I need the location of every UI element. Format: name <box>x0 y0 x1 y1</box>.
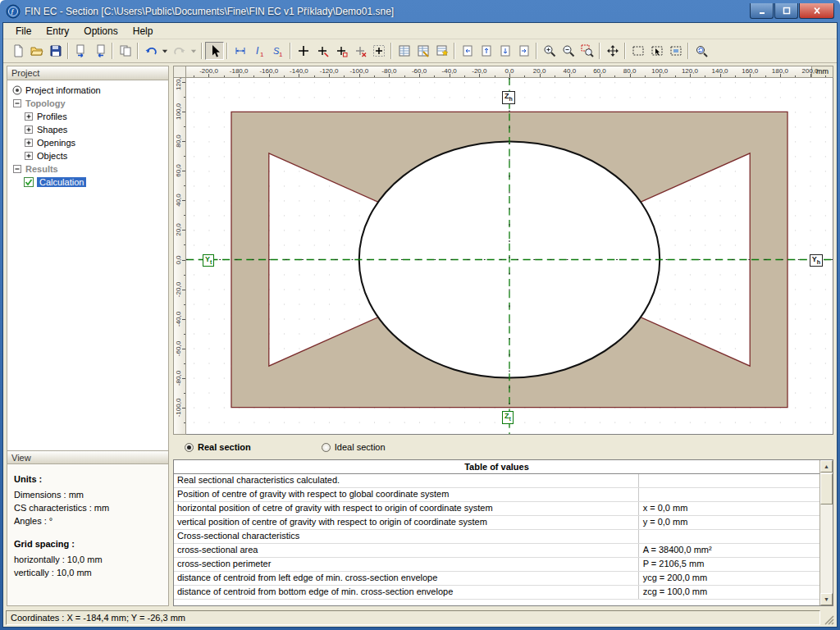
ruler-tick <box>284 75 285 77</box>
toolbar-dimension-s1-button[interactable]: S1 <box>268 42 287 60</box>
scroll-down-button[interactable]: ▼ <box>820 593 833 605</box>
toolbar-copy-data-in-button[interactable] <box>71 42 90 60</box>
toolbar-add-point-coords-button[interactable] <box>313 42 331 60</box>
ruler-tick <box>182 112 185 112</box>
toolbar-pan-button[interactable] <box>603 42 622 60</box>
maximize-button[interactable] <box>774 3 798 19</box>
table-title: Table of values <box>174 460 819 474</box>
radio-real-section-label: Real section <box>198 442 251 452</box>
toolbar-select-mode-button[interactable] <box>205 42 224 60</box>
ruler-tick <box>585 75 586 77</box>
toolbar-zoom-out-button[interactable] <box>559 42 578 60</box>
radio-real-section-dot[interactable] <box>185 443 194 452</box>
main-area: mm -200,0-180,0-160,0-140,0-120,0-100,0-… <box>173 66 833 606</box>
tree-item-profiles[interactable]: Profiles <box>7 110 168 123</box>
radio-ideal-section-dot[interactable] <box>322 443 331 452</box>
toolbar-dimension-i1-button[interactable]: I1 <box>249 42 268 60</box>
tree-item-openings[interactable]: Openings <box>7 136 168 149</box>
ruler-tick <box>184 126 185 127</box>
toolbar-delete-point-button[interactable] <box>350 42 369 60</box>
minimize-button[interactable] <box>750 3 774 19</box>
drawing-canvas[interactable]: Zh Yt Yh Zt <box>186 78 833 435</box>
toolbar-objects-table-button[interactable] <box>432 42 451 60</box>
tree-item-calculation[interactable]: Calculation <box>7 176 168 189</box>
toolbar-page-next-button[interactable] <box>495 42 514 60</box>
tree-item-shapes[interactable]: Shapes <box>7 123 168 136</box>
toolbar-zoom-all-button[interactable] <box>692 42 710 60</box>
ruler-tick <box>434 75 435 77</box>
ruler-tick <box>184 97 185 98</box>
radio-real-section[interactable]: Real section <box>185 442 251 452</box>
toolbar-save-file-button[interactable] <box>46 42 65 60</box>
toolbar-zoom-window-button[interactable] <box>578 42 596 60</box>
plus-icon[interactable] <box>23 124 34 135</box>
ruler-tick <box>182 141 185 142</box>
toolbar-edit-point-button[interactable] <box>331 42 350 60</box>
toolbar-page-last-button[interactable] <box>514 42 533 60</box>
plus-icon[interactable] <box>23 111 34 122</box>
toolbar-zoom-in-button[interactable] <box>540 42 559 60</box>
scroll-track[interactable] <box>820 472 833 593</box>
toolbar-new-file-button[interactable] <box>8 42 27 60</box>
table-row: Real sectional characteristics calculate… <box>174 474 819 488</box>
menu-item-help[interactable]: Help <box>126 24 161 39</box>
project-panel-header: Project <box>7 66 168 80</box>
toolbar-select-cursor-button[interactable] <box>647 42 666 60</box>
svg-text:I: I <box>256 45 259 57</box>
ruler-tick <box>404 75 405 77</box>
toolbar-add-dimension-button[interactable] <box>231 42 249 60</box>
ruler-tick <box>182 260 185 261</box>
plus-icon[interactable] <box>23 150 34 162</box>
close-button[interactable] <box>799 3 834 19</box>
toolbar-copy-data-out-button[interactable] <box>90 42 109 60</box>
scroll-up-button[interactable]: ▲ <box>820 460 833 472</box>
toolbar-separator <box>454 43 455 59</box>
menu-item-options[interactable]: Options <box>76 24 125 39</box>
toolbar-points-table-button[interactable] <box>395 42 413 60</box>
toolbar-copy-picture-button[interactable] <box>116 42 135 60</box>
toolbar-page-prev-button[interactable] <box>477 42 495 60</box>
radio-ideal-section[interactable]: Ideal section <box>322 442 386 452</box>
table-cell-label: vertical position of centre of gravity w… <box>174 516 639 529</box>
ruler-tick <box>795 75 796 77</box>
toolbar-undo-history-button[interactable] <box>160 42 170 60</box>
toolbar-add-point-button[interactable] <box>294 42 313 60</box>
table-scrollbar[interactable]: ▲ ▼ <box>819 460 833 605</box>
table-cell-value <box>639 530 819 543</box>
toolbar-select-invert-button[interactable] <box>666 42 685 60</box>
ruler-tick <box>184 363 185 364</box>
tree-item-project-information[interactable]: Project information <box>7 84 168 97</box>
toolbar-point-raster-button[interactable] <box>369 42 388 60</box>
ruler-tick <box>182 319 185 320</box>
tree-item-results[interactable]: Results <box>7 162 168 176</box>
units-line: CS characteristics : mm <box>14 501 162 514</box>
menu-item-entry[interactable]: Entry <box>39 24 76 39</box>
toolbar-open-file-button[interactable] <box>27 42 46 60</box>
ruler-tick <box>182 171 185 171</box>
toolbar-redo-history-button[interactable] <box>189 42 199 60</box>
ruler-tick <box>184 304 185 305</box>
toolbar-page-first-button[interactable] <box>458 42 477 60</box>
menu-item-file[interactable]: File <box>8 24 39 39</box>
ruler-tick <box>184 422 185 423</box>
tree-item-topology[interactable]: Topology <box>7 97 168 110</box>
table-row: cross-sectional areaA = 38400,0 mm² <box>174 544 819 558</box>
ruler-label: 120,0 <box>175 78 182 94</box>
toolbar-undo-button[interactable] <box>141 42 160 60</box>
ruler-tick <box>299 74 299 77</box>
toolbar-select-rectangle-button[interactable] <box>628 42 647 60</box>
toolbar-edit-table-button[interactable] <box>413 42 432 60</box>
toolbar-separator <box>226 43 228 59</box>
scroll-thumb[interactable] <box>820 473 833 504</box>
view-panel-header[interactable]: View <box>7 450 168 464</box>
minus-icon[interactable] <box>11 98 23 109</box>
vertical-ruler: -100,0-80,0-60,0-40,0-20,00,020,040,060,… <box>173 78 186 435</box>
tree-item-objects[interactable]: Objects <box>7 149 168 162</box>
toolbar-redo-button[interactable] <box>170 42 189 60</box>
plus-icon[interactable] <box>23 137 34 148</box>
ruler-tick <box>184 334 185 335</box>
minus-icon[interactable] <box>11 163 23 175</box>
resize-grip[interactable] <box>823 610 834 625</box>
units-title: Units : <box>14 474 162 484</box>
ruler-corner[interactable] <box>173 66 186 78</box>
